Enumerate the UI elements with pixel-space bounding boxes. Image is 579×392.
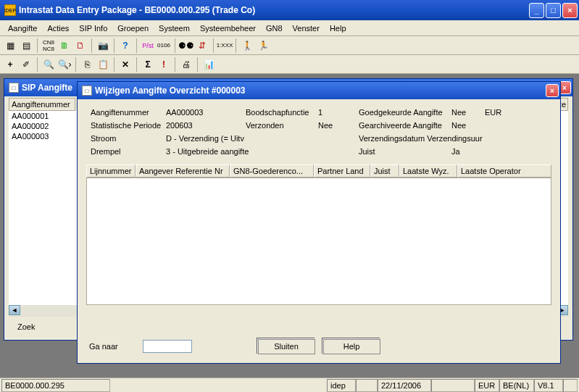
label-stroom: Stroom: [91, 134, 166, 143]
col-gn8[interactable]: GN8-Goederenco...: [230, 164, 314, 178]
tb-person1-icon[interactable]: 🚶: [240, 38, 254, 53]
status-app: idep: [327, 379, 356, 392]
dialog-titlebar[interactable]: □ Wijzigen Aangifte Overzicht #000003 ×: [78, 82, 560, 99]
value-stroom: D - Verzending (= Uitv: [166, 134, 359, 143]
tb-0106-icon[interactable]: 0106: [157, 38, 171, 53]
value-goedgekeurde: Nee: [451, 108, 485, 117]
label-stat-periode: Statistische Periode: [91, 121, 166, 130]
toolbar-1: ▦ ▤ CN8NC8 🗎 🗋 📷 ? P/st 0106 ⚈⚈ ⇵ 1:XXX …: [0, 36, 579, 55]
col-lijnnummer[interactable]: Lijnnummer: [86, 164, 136, 178]
tb-icon-1[interactable]: ▦: [3, 38, 17, 53]
sip-window-icon: □: [9, 83, 19, 93]
dialog-close-button[interactable]: ×: [546, 84, 559, 97]
tb-icon-5[interactable]: 🗋: [73, 38, 88, 53]
value-verzonden: Nee: [318, 121, 359, 130]
label-gearchiveerde: Gearchiveerde Aangifte: [359, 121, 451, 130]
tb-plus-icon[interactable]: +: [3, 57, 17, 72]
value-aangiftenummer: AA000003: [166, 108, 246, 117]
mdi-workspace: □ SIP Aangifte × Aangiftenummer Verze AA…: [0, 74, 579, 378]
value-gearchiveerde: Nee: [451, 121, 466, 130]
tb-copy-icon[interactable]: ⎘: [80, 57, 94, 72]
value-drempel: 3 - Uitgebreide aangifte: [166, 147, 359, 156]
menubar: Aangifte Acties SIP Info Groepen Systeem…: [0, 20, 579, 36]
tb-scale-icon[interactable]: 1:XXX: [217, 38, 232, 53]
menu-systeem[interactable]: Systeem: [154, 22, 195, 34]
help-button[interactable]: Help: [322, 338, 380, 354]
status-date: 22/11/2006: [378, 379, 431, 392]
statusbar: BE0000.000.295 idep 22/11/2006 EUR BE(NL…: [0, 378, 579, 392]
app-icon: IDEP: [4, 4, 16, 16]
tb-circles-icon[interactable]: ⚈⚈: [179, 38, 193, 53]
app-titlebar: IDEP Intrastat Data Entry Package - BE00…: [0, 0, 579, 20]
tb-pst-icon[interactable]: P/st: [141, 38, 155, 53]
value-stat-periode: 200603: [166, 121, 246, 130]
status-currency: EUR: [475, 379, 499, 392]
menu-venster[interactable]: Venster: [288, 22, 325, 34]
tb-search-next-icon[interactable]: 🔍›: [57, 57, 72, 72]
status-locale: BE(NL): [499, 379, 534, 392]
tb-icon-3[interactable]: CN8NC8: [41, 38, 56, 53]
close-button[interactable]: ×: [562, 3, 578, 18]
tb-edit-icon[interactable]: ✐: [19, 57, 33, 72]
tb-icon-2[interactable]: ▤: [19, 38, 33, 53]
dialog-bottom-bar: Ga naar Sluiten Help: [78, 335, 560, 357]
tb-chart-icon[interactable]: 📊: [201, 57, 216, 72]
col-laatste-wyz[interactable]: Laatste Wyz.: [399, 164, 457, 178]
menu-systeembeheer[interactable]: Systeembeheer: [195, 22, 261, 34]
value-juist: Ja: [451, 147, 460, 156]
tb-print-icon[interactable]: 🖨: [179, 57, 193, 72]
maximize-button[interactable]: □: [546, 3, 561, 18]
ga-naar-input[interactable]: [143, 340, 192, 353]
menu-groepen[interactable]: Groepen: [112, 22, 154, 34]
value-boodschap: 1: [318, 108, 359, 117]
col-aangever-ref[interactable]: Aangever Referentie Nr: [136, 164, 230, 178]
zoek-label: Zoek: [17, 322, 35, 331]
value-currency: EUR: [485, 108, 501, 117]
label-verzonden: Verzonden: [246, 121, 318, 130]
status-version: V8.1: [534, 379, 563, 392]
app-title: Intrastat Data Entry Package - BE0000.00…: [19, 5, 529, 15]
tb-error-icon[interactable]: !: [157, 57, 171, 72]
minimize-button[interactable]: _: [529, 3, 544, 18]
menu-help[interactable]: Help: [325, 22, 351, 34]
col-juist[interactable]: Juist: [370, 164, 399, 178]
tb-delete-icon[interactable]: ✕: [118, 57, 133, 72]
label-juist: Juist: [359, 147, 451, 156]
menu-gn8[interactable]: GN8: [261, 22, 288, 34]
tb-help-icon[interactable]: ?: [118, 38, 133, 53]
tb-sigma-icon[interactable]: Σ: [141, 57, 155, 72]
table-data-area[interactable]: [86, 178, 551, 305]
scroll-left-button[interactable]: ◄: [9, 305, 20, 315]
label-boodschap: Boodschapfunctie: [246, 108, 318, 117]
tb-icon-4[interactable]: 🗎: [57, 38, 72, 53]
toolbar-2: + ✐ 🔍 🔍› ⎘ 📋 ✕ Σ ! 🖨 📊: [0, 55, 579, 74]
dialog-wijzigen-aangifte: □ Wijzigen Aangifte Overzicht #000003 × …: [77, 81, 561, 364]
ga-naar-label: Ga naar: [89, 342, 118, 351]
table-header-row: Lijnnummer Aangever Referentie Nr GN8-Go…: [86, 164, 551, 178]
label-drempel: Drempel: [91, 147, 166, 156]
status-code: BE0000.000.295: [1, 379, 110, 392]
tb-paste-icon[interactable]: 📋: [96, 57, 110, 72]
menu-sip-info[interactable]: SIP Info: [74, 22, 112, 34]
menu-acties[interactable]: Acties: [42, 22, 74, 34]
col-partner-land[interactable]: Partner Land: [314, 164, 370, 178]
sluiten-button[interactable]: Sluiten: [257, 338, 315, 354]
label-goedgekeurde: Goedgekeurde Aangifte: [359, 108, 451, 117]
menu-aangifte[interactable]: Aangifte: [3, 22, 42, 34]
list-header-aangiftenummer[interactable]: Aangiftenummer: [9, 98, 75, 111]
label-verzendingsdatum: Verzendingsdatum Verzendingsuur: [359, 134, 483, 143]
dialog-icon: □: [82, 86, 92, 96]
tb-camera-icon[interactable]: 📷: [96, 38, 110, 53]
tb-search-icon[interactable]: 🔍: [41, 57, 56, 72]
tb-updown-icon[interactable]: ⇵: [195, 38, 209, 53]
col-laatste-operator[interactable]: Laatste Operator: [457, 164, 551, 178]
label-aangiftenummer: Aangiftenummer: [91, 108, 166, 117]
tb-person2-icon[interactable]: 🏃: [256, 38, 270, 53]
dialog-title: Wijzigen Aangifte Overzicht #000003: [95, 86, 546, 96]
